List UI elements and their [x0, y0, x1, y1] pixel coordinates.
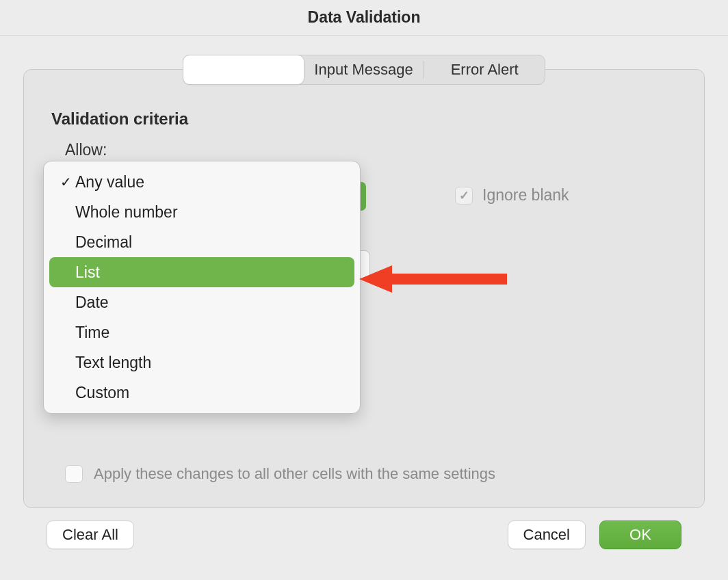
footer: Clear All Cancel OK — [23, 508, 705, 549]
allow-option-date[interactable]: Date — [49, 287, 354, 317]
button-label: Cancel — [523, 526, 570, 544]
option-label: Text length — [75, 354, 151, 372]
allow-option-any-value[interactable]: ✓ Any value — [49, 167, 354, 197]
ignore-blank-checkbox: ✓ — [455, 187, 473, 205]
allow-option-decimal[interactable]: Decimal — [49, 227, 354, 257]
allow-dropdown-menu: ✓ Any value Whole number Decimal List Da… — [43, 161, 361, 414]
apply-changes-label: Apply these changes to all other cells w… — [94, 465, 495, 483]
content-panel: Validation criteria Allow: › ✓ Ignore bl… — [23, 69, 705, 508]
apply-changes-checkbox — [65, 465, 83, 483]
option-label: Whole number — [75, 203, 178, 222]
allow-option-list[interactable]: List — [49, 257, 354, 287]
allow-label: Allow: — [65, 141, 677, 159]
annotation-arrow-icon — [359, 265, 507, 293]
option-label: List — [75, 263, 100, 282]
ignore-blank-row: ✓ Ignore blank — [455, 186, 569, 205]
window-title: Data Validation — [308, 8, 421, 27]
option-label: Date — [75, 293, 109, 312]
option-label: Time — [75, 324, 109, 342]
clear-all-button[interactable]: Clear All — [47, 520, 134, 549]
tab-label: Error Alert — [451, 61, 519, 79]
ignore-blank-label: Ignore blank — [482, 186, 569, 205]
tab-error-alert[interactable]: Error Alert — [424, 55, 545, 84]
allow-option-custom[interactable]: Custom — [49, 378, 354, 408]
tab-settings[interactable] — [183, 55, 304, 85]
button-label: OK — [629, 526, 651, 544]
section-heading-validation-criteria: Validation criteria — [51, 109, 677, 129]
tab-label: Input Message — [314, 61, 413, 79]
main-area: Input Message Error Alert Validation cri… — [0, 55, 728, 563]
allow-option-time[interactable]: Time — [49, 317, 354, 347]
cancel-button[interactable]: Cancel — [508, 520, 586, 549]
check-icon: ✓ — [56, 174, 75, 190]
titlebar: Data Validation — [0, 0, 728, 36]
ok-button[interactable]: OK — [599, 520, 681, 549]
apply-changes-row: Apply these changes to all other cells w… — [65, 465, 495, 483]
option-label: Custom — [75, 384, 129, 402]
option-label: Decimal — [75, 233, 132, 252]
allow-option-text-length[interactable]: Text length — [49, 347, 354, 378]
tab-group: Input Message Error Alert — [183, 55, 545, 85]
button-label: Clear All — [62, 526, 118, 544]
svg-marker-0 — [359, 265, 507, 293]
tab-input-message[interactable]: Input Message — [304, 55, 424, 84]
option-label: Any value — [75, 173, 144, 192]
check-icon: ✓ — [459, 189, 469, 202]
allow-option-whole-number[interactable]: Whole number — [49, 197, 354, 227]
